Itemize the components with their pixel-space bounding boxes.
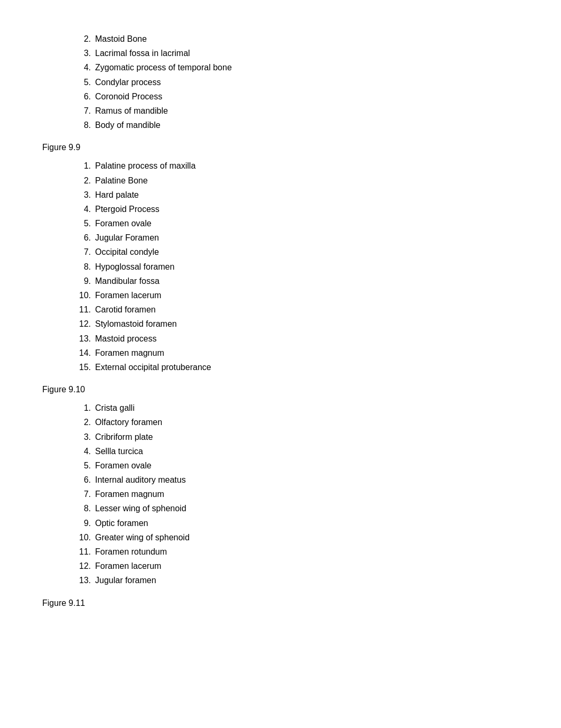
list-item: 5.Foramen ovale [74, 458, 519, 473]
list-item: 6.Jugular Foramen [74, 231, 519, 245]
list-item: 15.External occipital protuberance [74, 360, 519, 374]
list-item: 3.Cribriform plate [74, 430, 519, 444]
list-item: 12.Foramen lacerum [74, 559, 519, 573]
list-item: 2.Mastoid Bone [74, 32, 519, 46]
section-9-9-list: 1.Palatine process of maxilla 2.Palatine… [42, 159, 519, 374]
list-item: 3.Lacrimal fossa in lacrimal [74, 46, 519, 60]
list-item: 7.Foramen magnum [74, 487, 519, 501]
section-9-10-list: 1.Crista galli 2.Olfactory foramen 3.Cri… [42, 401, 519, 587]
section-1-list: 2.Mastoid Bone 3.Lacrimal fossa in lacri… [42, 32, 519, 132]
list-item: 8.Lesser wing of sphenoid [74, 501, 519, 515]
list-item: 12.Stylomastoid foramen [74, 317, 519, 331]
list-item: 13.Jugular foramen [74, 573, 519, 587]
list-item: 8.Hypoglossal foramen [74, 260, 519, 274]
list-item: 6.Coronoid Process [74, 89, 519, 104]
list-item: 14.Foramen magnum [74, 346, 519, 360]
list-item: 9.Optic foramen [74, 516, 519, 530]
figure-9-10-title: Figure 9.10 [42, 385, 519, 394]
list-item: 1.Crista galli [74, 401, 519, 415]
figure-9-11-title: Figure 9.11 [42, 598, 519, 608]
list-item: 8.Body of mandible [74, 118, 519, 132]
list-item: 10.Greater wing of sphenoid [74, 530, 519, 545]
list-item: 10.Foramen lacerum [74, 288, 519, 302]
list-item: 5.Foramen ovale [74, 216, 519, 231]
list-item: 7.Ramus of mandible [74, 104, 519, 118]
list-item: 7.Occipital condyle [74, 245, 519, 259]
list-item: 9.Mandibular fossa [74, 274, 519, 288]
list-item: 11.Foramen rotundum [74, 545, 519, 559]
page-content: 2.Mastoid Bone 3.Lacrimal fossa in lacri… [42, 32, 519, 608]
figure-9-9-title: Figure 9.9 [42, 143, 519, 152]
list-item: 4.Ptergoid Process [74, 202, 519, 216]
list-item: 2.Palatine Bone [74, 173, 519, 188]
list-item: 13.Mastoid process [74, 331, 519, 346]
list-item: 2.Olfactory foramen [74, 415, 519, 429]
list-item: 1.Palatine process of maxilla [74, 159, 519, 173]
list-item: 4.Sellla turcica [74, 444, 519, 458]
list-item: 4.Zygomatic process of temporal bone [74, 60, 519, 75]
list-item: 5.Condylar process [74, 75, 519, 89]
list-item: 11.Carotid foramen [74, 302, 519, 317]
list-item: 3.Hard palate [74, 188, 519, 202]
list-item: 6.Internal auditory meatus [74, 473, 519, 487]
